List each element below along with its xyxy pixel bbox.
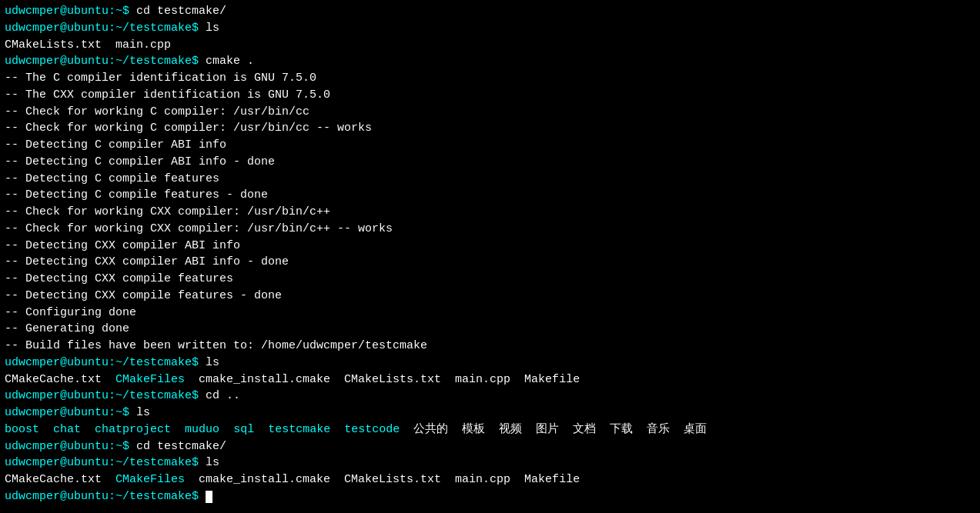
- terminal-line-20: -- Build files have been written to: /ho…: [5, 338, 975, 355]
- terminal-cursor: [206, 491, 212, 503]
- terminal-line-10: -- Detecting C compile features: [5, 171, 975, 188]
- terminal-line-29: udwcmper@ubuntu:~/testcmake$: [5, 488, 975, 505]
- terminal-line-16: -- Detecting CXX compile features: [5, 271, 975, 288]
- terminal-line-12: -- Check for working CXX compiler: /usr/…: [5, 204, 975, 221]
- terminal-line-6: -- Check for working C compiler: /usr/bi…: [5, 104, 975, 121]
- terminal-line-7: -- Check for working C compiler: /usr/bi…: [5, 120, 975, 137]
- terminal-line-21: udwcmper@ubuntu:~/testcmake$ ls: [5, 355, 975, 371]
- terminal-line-22: CMakeCache.txt CMakeFiles cmake_install.…: [5, 371, 975, 388]
- terminal-line-26: udwcmper@ubuntu:~$ cd testcmake/: [5, 438, 975, 455]
- terminal-line-24: udwcmper@ubuntu:~$ ls: [5, 405, 975, 421]
- terminal-line-2: CMakeLists.txt main.cpp: [5, 37, 975, 54]
- terminal-line-18: -- Configuring done: [5, 305, 975, 321]
- terminal-line-0: udwcmper@ubuntu:~$ cd testcmake/: [5, 3, 975, 20]
- terminal-line-15: -- Detecting CXX compiler ABI info - don…: [5, 254, 975, 271]
- terminal-line-11: -- Detecting C compile features - done: [5, 187, 975, 204]
- terminal-line-17: -- Detecting CXX compile features - done: [5, 288, 975, 305]
- terminal-line-1: udwcmper@ubuntu:~/testcmake$ ls: [5, 20, 975, 37]
- terminal-line-3: udwcmper@ubuntu:~/testcmake$ cmake .: [5, 53, 975, 70]
- terminal-line-27: udwcmper@ubuntu:~/testcmake$ ls: [5, 455, 975, 471]
- terminal-line-14: -- Detecting CXX compiler ABI info: [5, 238, 975, 255]
- terminal-line-28: CMakeCache.txt CMakeFiles cmake_install.…: [5, 471, 975, 488]
- terminal-line-19: -- Generating done: [5, 321, 975, 338]
- terminal-line-8: -- Detecting C compiler ABI info: [5, 137, 975, 154]
- terminal-line-25: boost chat chatproject muduo sql testcma…: [5, 421, 975, 438]
- terminal-line-9: -- Detecting C compiler ABI info - done: [5, 154, 975, 171]
- terminal-line-4: -- The C compiler identification is GNU …: [5, 70, 975, 87]
- terminal-line-13: -- Check for working CXX compiler: /usr/…: [5, 221, 975, 238]
- terminal[interactable]: udwcmper@ubuntu:~$ cd testcmake/udwcmper…: [0, 0, 980, 508]
- terminal-line-5: -- The CXX compiler identification is GN…: [5, 87, 975, 104]
- terminal-line-23: udwcmper@ubuntu:~/testcmake$ cd ..: [5, 388, 975, 405]
